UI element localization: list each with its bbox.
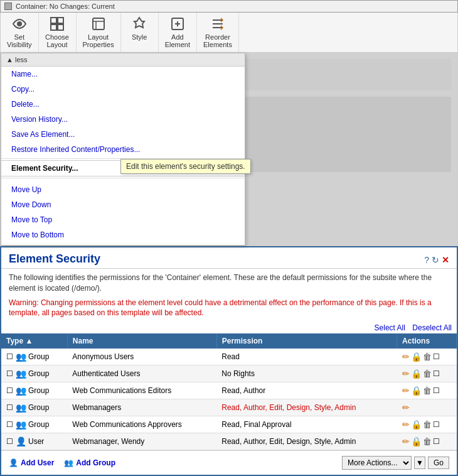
menu-item-save-as-element[interactable]: Save As Element... bbox=[1, 127, 245, 142]
close-icon[interactable]: ✕ bbox=[442, 255, 449, 265]
edit-icon-3[interactable]: ✏ bbox=[402, 386, 410, 396]
refresh-icon[interactable]: ↻ bbox=[432, 255, 439, 265]
security-header: Element Security ? ↻ ✕ bbox=[1, 247, 457, 269]
add-user-link[interactable]: 👤 Add User bbox=[9, 458, 54, 467]
table-row: ☐ 👤 User Webmanager, Wendy Read, Author,… bbox=[1, 433, 457, 450]
table-row: ☐ 👥 Group Authenticated Users No Rights … bbox=[1, 365, 457, 382]
lock-icon-2[interactable]: 🔒 bbox=[411, 369, 422, 379]
security-table: Type ▲ Name Permission Actions ☐ 👥 Group… bbox=[1, 333, 457, 450]
delete-icon-6[interactable]: 🗑 bbox=[423, 436, 432, 446]
delete-icon-1[interactable]: 🗑 bbox=[423, 352, 432, 362]
name-cell-6: Webmanager, Wendy bbox=[67, 433, 216, 450]
delete-icon-3[interactable]: 🗑 bbox=[423, 386, 432, 396]
checkbox-action-6[interactable]: ☐ bbox=[433, 437, 440, 446]
add-element-button[interactable]: AddElement bbox=[159, 13, 197, 52]
table-row: ☐ 👥 Group Web Communications Editors Rea… bbox=[1, 382, 457, 399]
menu-item-delete[interactable]: Delete... bbox=[1, 97, 245, 112]
col-type[interactable]: Type ▲ bbox=[1, 333, 67, 349]
type-cell: ☐ 👥 Group bbox=[1, 349, 67, 365]
table-row: ☐ 👥 Group Webmanagers Read, Author, Edit… bbox=[1, 399, 457, 416]
go-button[interactable]: Go bbox=[428, 457, 449, 469]
menu-item-version-history[interactable]: Version History... bbox=[1, 112, 245, 127]
select-all-link[interactable]: Select All bbox=[375, 323, 405, 332]
security-warning: Warning: Changing permissions at the ele… bbox=[1, 296, 457, 323]
edit-icon-2[interactable]: ✏ bbox=[402, 369, 410, 379]
checkbox-2[interactable]: ☐ bbox=[6, 369, 13, 378]
add-element-label: AddElement bbox=[165, 33, 190, 48]
add-group-link[interactable]: 👥 Add Group bbox=[64, 458, 115, 467]
svg-rect-2 bbox=[58, 18, 63, 23]
menu-item-name[interactable]: Name... bbox=[1, 67, 245, 82]
menu-item-restore[interactable]: Restore Inherited Content/Properties... bbox=[1, 142, 245, 157]
col-actions: Actions bbox=[397, 333, 457, 349]
group-icon-5: 👥 bbox=[16, 419, 26, 430]
set-visibility-button[interactable]: SetVisibility bbox=[1, 13, 39, 52]
lock-icon-3[interactable]: 🔒 bbox=[411, 386, 422, 396]
deselect-all-link[interactable]: Deselect All bbox=[412, 323, 452, 332]
add-group-icon: 👥 bbox=[64, 458, 73, 467]
actions-cell-2: ✏ 🔒 🗑 ☐ bbox=[397, 365, 457, 382]
element-security-label: Element Security... bbox=[11, 164, 78, 173]
choose-layout-label: ChooseLayout bbox=[45, 33, 69, 48]
style-icon bbox=[132, 16, 147, 31]
toolbar: SetVisibility ChooseLayout LayoutPropert… bbox=[0, 13, 458, 53]
select-actions-bar: Select All Deselect All bbox=[1, 322, 457, 333]
delete-icon-2[interactable]: 🗑 bbox=[423, 369, 432, 379]
style-button[interactable]: Style bbox=[121, 13, 159, 52]
less-toggle[interactable]: ▲ less bbox=[1, 53, 245, 67]
type-cell: ☐ 👥 Group bbox=[1, 399, 67, 416]
checkbox-5[interactable]: ☐ bbox=[6, 420, 13, 429]
type-cell: ☐ 👥 Group bbox=[1, 365, 67, 382]
actions-cell-3: ✏ 🔒 🗑 ☐ bbox=[397, 382, 457, 399]
more-actions-dropdown-btn[interactable]: ▼ bbox=[414, 457, 425, 469]
footer-right: More Actions... ▼ Go bbox=[342, 456, 449, 470]
edit-icon-5[interactable]: ✏ bbox=[402, 419, 410, 430]
add-group-label: Add Group bbox=[76, 458, 115, 467]
layout-properties-label: LayoutProperties bbox=[83, 33, 114, 48]
name-cell-5: Web Communications Approvers bbox=[67, 416, 216, 433]
type-label-3: Group bbox=[28, 386, 49, 395]
security-title: Element Security bbox=[9, 252, 100, 266]
menu-item-move-to-top[interactable]: Move to Top bbox=[1, 212, 245, 227]
type-cell: ☐ 👥 Group bbox=[1, 416, 67, 433]
container-bar: Container: No Changes: Current bbox=[0, 0, 458, 13]
checkbox-action-3[interactable]: ☐ bbox=[433, 386, 440, 395]
group-icon-3: 👥 bbox=[16, 386, 26, 396]
edit-icon-6[interactable]: ✏ bbox=[402, 436, 410, 446]
edit-icon-4[interactable]: ✏ bbox=[402, 403, 410, 413]
add-user-label: Add User bbox=[21, 458, 54, 467]
checkbox-action-5[interactable]: ☐ bbox=[433, 420, 440, 429]
checkbox-action-1[interactable]: ☐ bbox=[433, 352, 440, 361]
choose-layout-button[interactable]: ChooseLayout bbox=[39, 13, 77, 52]
lock-icon-6[interactable]: 🔒 bbox=[411, 436, 422, 446]
lock-icon-1[interactable]: 🔒 bbox=[411, 352, 422, 362]
name-cell-1: Anonymous Users bbox=[67, 349, 216, 365]
reorder-elements-button[interactable]: ReorderElements bbox=[197, 13, 239, 52]
delete-icon-5[interactable]: 🗑 bbox=[423, 419, 432, 430]
menu-item-move-up[interactable]: Move Up bbox=[1, 182, 245, 197]
help-icon[interactable]: ? bbox=[424, 255, 429, 265]
menu-item-move-to-bottom[interactable]: Move to Bottom bbox=[1, 227, 245, 242]
checkbox-1[interactable]: ☐ bbox=[6, 352, 13, 361]
permission-cell-6: Read, Author, Edit, Design, Style, Admin bbox=[216, 433, 397, 450]
menu-item-move-down[interactable]: Move Down bbox=[1, 197, 245, 212]
actions-cell-6: ✏ 🔒 🗑 ☐ bbox=[397, 433, 457, 450]
layout-properties-button[interactable]: LayoutProperties bbox=[77, 13, 121, 52]
user-icon-6: 👤 bbox=[16, 436, 26, 446]
checkbox-4[interactable]: ☐ bbox=[6, 403, 13, 412]
container-bar-title: Container: No Changes: Current bbox=[16, 3, 115, 10]
group-icon-2: 👥 bbox=[16, 369, 26, 379]
checkbox-6[interactable]: ☐ bbox=[6, 437, 13, 446]
actions-cell-1: ✏ 🔒 🗑 ☐ bbox=[397, 349, 457, 365]
more-actions-select[interactable]: More Actions... bbox=[342, 456, 412, 470]
name-cell-3: Web Communications Editors bbox=[67, 382, 216, 399]
tooltip-text: Edit this element's security settings. bbox=[126, 162, 245, 171]
svg-rect-4 bbox=[58, 24, 63, 30]
lock-icon-5[interactable]: 🔒 bbox=[411, 419, 422, 430]
checkbox-3[interactable]: ☐ bbox=[6, 386, 13, 395]
checkbox-action-2[interactable]: ☐ bbox=[433, 369, 440, 378]
menu-item-copy[interactable]: Copy... bbox=[1, 82, 245, 97]
edit-icon-1[interactable]: ✏ bbox=[402, 352, 410, 362]
container-bar-icon bbox=[4, 3, 12, 10]
actions-cell-5: ✏ 🔒 🗑 ☐ bbox=[397, 416, 457, 433]
